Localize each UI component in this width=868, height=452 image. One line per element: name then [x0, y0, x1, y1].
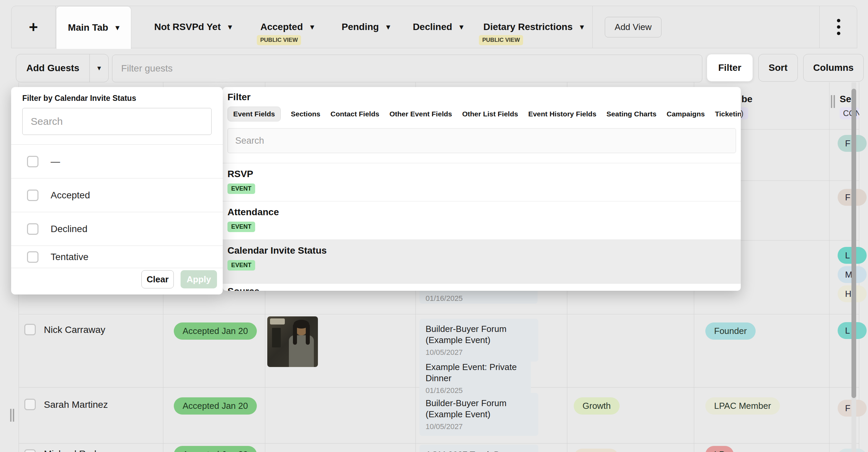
tab-label: Not RSVPd Yet [154, 22, 221, 32]
event-chip[interactable]: AGM 2027 Track B (Example [419, 445, 538, 452]
chevron-down-icon[interactable]: ▾ [310, 23, 314, 31]
guest-name[interactable]: Sarah Martinez [44, 399, 108, 410]
tab-not-rsvpd-yet[interactable]: Not RSVPd Yet ▾ [142, 6, 244, 48]
tab-other-event-fields[interactable]: Other Event Fields [389, 110, 452, 118]
tab-ticketing[interactable]: Ticketing [715, 110, 741, 118]
event-chip[interactable]: Builder-Buyer Forum (Example Event) 10/0… [419, 319, 538, 362]
tab-event-fields[interactable]: Event Fields [227, 107, 281, 121]
option-checkbox[interactable] [27, 223, 38, 235]
status-search-input[interactable] [22, 108, 212, 135]
option-label: — [51, 156, 60, 167]
rsvp-status-badge: Accepted Jan 20 [174, 446, 257, 452]
field-name: Source [227, 286, 741, 291]
field-search-input[interactable] [227, 128, 736, 153]
apply-button[interactable]: Apply [181, 270, 217, 288]
chevron-down-icon: ▾ [97, 64, 101, 73]
chevron-down-icon[interactable]: ▾ [386, 23, 390, 31]
row-checkbox[interactable] [24, 399, 36, 410]
stage-tag-pill[interactable]: Growth [574, 397, 620, 415]
rsvp-status-badge: Accepted Jan 20 [174, 322, 257, 340]
columns-button[interactable]: Columns [803, 54, 864, 82]
guest-name[interactable]: Nick Carraway [44, 324, 105, 335]
tab-sections[interactable]: Sections [291, 110, 321, 118]
tab-campaigns[interactable]: Campaigns [667, 110, 705, 118]
plus-icon: + [29, 18, 38, 36]
calendar-invite-status-popover: Filter by Calendar Invite Status — Accep… [11, 87, 223, 294]
row-drag-handle[interactable] [10, 409, 14, 422]
status-option-declined[interactable]: Declined [11, 212, 223, 246]
add-tab-button[interactable]: + [11, 6, 56, 48]
rsvp-status-badge: Accepted Jan 20 [174, 397, 257, 415]
role-tag-pill[interactable]: LPAC Member [705, 397, 780, 415]
status-option-accepted[interactable]: Accepted [11, 178, 223, 212]
tab-seating-charts[interactable]: Seating Charts [606, 110, 656, 118]
popover-title: Filter by Calendar Invite Status [22, 94, 136, 103]
tab-pending[interactable]: Pending ▾ [330, 6, 401, 48]
guest-photo[interactable] [267, 316, 318, 367]
stage-tag-pill[interactable]: Buyout [574, 449, 619, 452]
role-tag-pill[interactable]: Founder [705, 322, 756, 340]
add-guests-dropdown[interactable]: ▾ [89, 54, 108, 82]
option-label: Tentative [51, 252, 88, 262]
role-tag-pill[interactable]: LP [705, 446, 734, 452]
option-checkbox[interactable] [27, 251, 38, 263]
kebab-menu-icon[interactable] [837, 19, 840, 35]
add-guests-split-button: Add Guests ▾ [16, 54, 109, 82]
row-checkbox[interactable] [24, 324, 36, 335]
status-option-tentative[interactable]: Tentative [11, 246, 223, 268]
status-option-blank[interactable]: — [11, 144, 223, 178]
tab-contact-fields[interactable]: Contact Fields [330, 110, 379, 118]
chevron-down-icon[interactable]: ▾ [580, 23, 584, 31]
option-label: Declined [51, 224, 87, 234]
field-item-calendar-invite-status[interactable]: Calendar Invite Status EVENT [223, 239, 741, 283]
tab-declined[interactable]: Declined ▾ [401, 6, 475, 48]
field-item-source[interactable]: Source [223, 283, 741, 291]
guest-name[interactable]: Michael Rod [44, 449, 97, 452]
tab-main-tab[interactable]: Main Tab ▾ [56, 6, 131, 49]
row-checkbox[interactable] [24, 449, 36, 452]
event-title: Builder-Buyer Forum (Example Event) [426, 323, 532, 345]
column-resize-handle[interactable] [831, 95, 835, 108]
row-border [19, 314, 859, 314]
tab-label: Declined [413, 22, 452, 32]
option-checkbox[interactable] [27, 156, 38, 167]
column-divider [829, 82, 830, 452]
add-view-button[interactable]: Add View [605, 17, 661, 37]
tab-bar-menu-cell [819, 6, 857, 48]
filter-guests-input[interactable] [112, 55, 702, 82]
event-date: 10/05/2027 [426, 348, 532, 357]
tab-label: Accepted [260, 22, 303, 32]
filter-button[interactable]: Filter [707, 54, 753, 82]
column-header-se-chip: CON [840, 107, 859, 119]
public-view-badge: PUBLIC VIEW [479, 35, 523, 45]
event-date: 10/05/2027 [426, 422, 532, 431]
sort-button[interactable]: Sort [758, 54, 798, 82]
add-guests-button[interactable]: Add Guests [16, 54, 89, 82]
event-chip[interactable]: Builder-Buyer Forum (Example Event) 10/0… [419, 393, 538, 436]
guest-list-screen: be ) Se CON F F L M H 01/16/2025 Nick Ca… [0, 0, 868, 452]
tab-label: Main Tab [68, 22, 108, 33]
chevron-down-icon[interactable]: ▾ [116, 23, 119, 32]
view-tabs-bar: + Main Tab ▾ Not RSVPd Yet ▾ Accepted ▾ … [11, 6, 857, 48]
chevron-down-icon[interactable]: ▾ [460, 23, 463, 31]
column-header-se-fragment[interactable]: Se [840, 94, 851, 105]
field-item-attendance[interactable]: Attendance EVENT [223, 201, 741, 239]
vertical-scrollbar-thumb[interactable] [851, 89, 856, 398]
field-item-rsvp[interactable]: RSVP EVENT [223, 163, 741, 201]
tab-event-history-fields[interactable]: Event History Fields [528, 110, 596, 118]
option-checkbox[interactable] [27, 190, 38, 201]
event-scope-badge: EVENT [227, 183, 255, 194]
chevron-down-icon[interactable]: ▾ [228, 23, 232, 31]
option-label: Accepted [51, 190, 90, 201]
clear-button[interactable]: Clear [141, 270, 174, 288]
public-view-badge: PUBLIC VIEW [257, 35, 301, 45]
add-view-cell: Add View [592, 6, 674, 48]
event-date: 01/16/2025 [426, 294, 532, 303]
tab-label: Pending [342, 22, 379, 32]
tab-other-list-fields[interactable]: Other List Fields [462, 110, 518, 118]
filter-category-tabs: Event Fields Sections Contact Fields Oth… [227, 107, 741, 121]
tab-label: Dietary Restrictions [483, 22, 573, 32]
row-border [19, 443, 859, 444]
column-header-type-fragment[interactable]: be [741, 94, 753, 105]
event-title: Example Event: Private Dinner [426, 362, 525, 384]
